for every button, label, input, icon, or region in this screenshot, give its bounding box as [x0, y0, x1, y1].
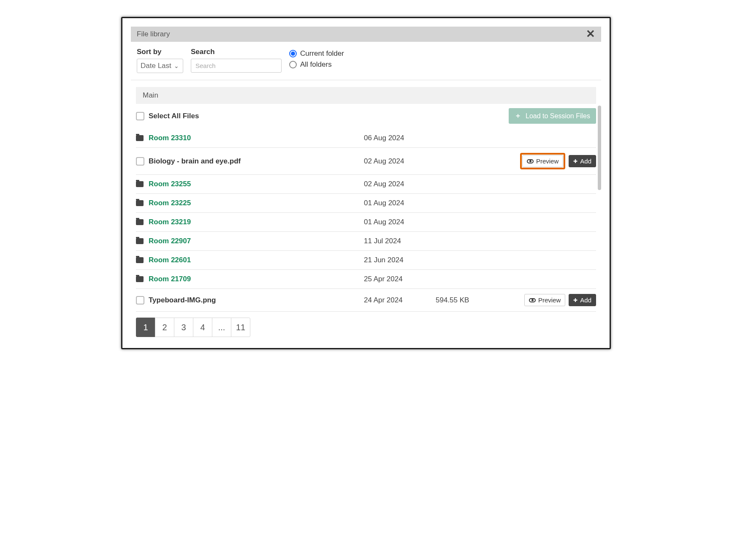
file-row: Typeboard-IMG.png24 Apr 2024594.55 KBPre…	[136, 289, 596, 312]
folder-name[interactable]: Room 23225	[149, 199, 364, 207]
folder-row: Room 2290711 Jul 2024	[136, 232, 596, 251]
row-date: 02 Aug 2024	[364, 157, 436, 166]
folder-name[interactable]: Room 21709	[149, 275, 364, 283]
folder-row: Room 2260121 Jun 2024	[136, 251, 596, 270]
row-date: 11 Jul 2024	[364, 237, 436, 245]
row-date: 02 Aug 2024	[364, 180, 436, 188]
folder-icon	[136, 257, 144, 263]
scope-radio-group: Current folder All folders	[289, 48, 344, 69]
file-name: Biology - brain and eye.pdf	[149, 157, 364, 166]
folder-name[interactable]: Room 23310	[149, 134, 364, 142]
row-date: 21 Jun 2024	[364, 256, 436, 264]
select-all-label: Select All Files	[149, 112, 199, 120]
plus-icon: ✚	[573, 297, 577, 303]
folder-row: Room 2170925 Apr 2024	[136, 270, 596, 289]
eye-icon	[527, 159, 534, 163]
sort-label: Sort by	[137, 48, 183, 56]
folder-icon-slot	[136, 276, 149, 282]
folder-icon-slot	[136, 219, 149, 225]
folder-icon-slot	[136, 181, 149, 187]
search-label: Search	[191, 48, 282, 56]
modal-body: Main Select All Files ＋ Load to Session …	[131, 80, 601, 340]
row-date: 25 Apr 2024	[364, 275, 436, 283]
folder-name[interactable]: Room 22907	[149, 237, 364, 245]
page-11[interactable]: 11	[231, 318, 250, 337]
breadcrumb[interactable]: Main	[136, 87, 596, 104]
preview-label: Preview	[538, 296, 561, 304]
checkbox-slot	[136, 157, 149, 166]
sort-value: Date Last	[141, 62, 171, 70]
radio-selected-icon	[289, 50, 297, 57]
scope-all-label: All folders	[300, 60, 332, 69]
load-to-session-button[interactable]: ＋ Load to Session Files	[509, 108, 596, 124]
eye-icon	[529, 298, 536, 302]
plus-icon: ✚	[573, 158, 577, 164]
add-button[interactable]: ✚Add	[569, 294, 596, 306]
checkbox-slot	[136, 296, 149, 304]
folder-icon	[136, 135, 144, 141]
page-ellipsis: ...	[212, 318, 231, 337]
folder-name[interactable]: Room 22601	[149, 256, 364, 264]
pagination: 1234...11	[131, 312, 601, 340]
row-date: 01 Aug 2024	[364, 218, 436, 226]
preview-label: Preview	[536, 158, 558, 165]
row-checkbox[interactable]	[136, 296, 144, 304]
scrollbar-thumb[interactable]	[598, 106, 601, 190]
folder-icon-slot	[136, 257, 149, 263]
modal-title: File library	[137, 30, 170, 38]
preview-button[interactable]: Preview	[522, 155, 563, 167]
radio-unselected-icon	[289, 61, 297, 68]
modal-frame: File library ✕ Sort by Date Last ⌄ Searc…	[121, 17, 611, 349]
folder-icon	[136, 200, 144, 206]
row-date: 06 Aug 2024	[364, 134, 436, 142]
row-size: 594.55 KB	[436, 296, 503, 304]
folder-name[interactable]: Room 23219	[149, 218, 364, 226]
row-date: 24 Apr 2024	[364, 296, 436, 304]
file-library-modal: File library ✕ Sort by Date Last ⌄ Searc…	[131, 27, 601, 340]
search-group: Search	[191, 48, 282, 73]
file-row: Biology - brain and eye.pdf02 Aug 2024Pr…	[136, 148, 596, 175]
file-list: Room 2331006 Aug 2024Biology - brain and…	[131, 128, 601, 312]
row-date: 01 Aug 2024	[364, 199, 436, 207]
scope-current-folder[interactable]: Current folder	[289, 49, 344, 58]
row-actions: Preview✚Add	[520, 153, 596, 169]
folder-icon-slot	[136, 238, 149, 244]
folder-row: Room 2321901 Aug 2024	[136, 213, 596, 232]
search-input[interactable]	[191, 59, 282, 73]
file-name: Typeboard-IMG.png	[149, 296, 364, 304]
add-button[interactable]: ✚Add	[569, 155, 596, 167]
folder-icon	[136, 276, 144, 282]
preview-highlight: Preview	[520, 153, 565, 169]
folder-icon	[136, 181, 144, 187]
filter-row: Sort by Date Last ⌄ Search Current folde…	[131, 42, 601, 80]
close-icon[interactable]: ✕	[586, 31, 595, 38]
preview-button[interactable]: Preview	[524, 294, 565, 306]
folder-row: Room 2322501 Aug 2024	[136, 194, 596, 213]
scope-all-folders[interactable]: All folders	[289, 60, 344, 69]
add-label: Add	[580, 158, 591, 165]
select-all-checkbox[interactable]	[136, 112, 144, 120]
folder-icon-slot	[136, 135, 149, 141]
folder-icon-slot	[136, 200, 149, 206]
scrollbar[interactable]	[598, 106, 601, 313]
modal-header: File library ✕	[131, 27, 601, 42]
select-all-row: Select All Files ＋ Load to Session Files	[131, 104, 601, 128]
row-checkbox[interactable]	[136, 157, 144, 166]
folder-icon	[136, 238, 144, 244]
add-label: Add	[580, 296, 591, 304]
row-actions: Preview✚Add	[524, 294, 596, 306]
page-2[interactable]: 2	[155, 318, 174, 337]
plus-icon: ＋	[515, 111, 521, 120]
load-button-label: Load to Session Files	[526, 112, 590, 120]
page-3[interactable]: 3	[174, 318, 193, 337]
sort-select[interactable]: Date Last ⌄	[137, 59, 183, 73]
folder-row: Room 2325502 Aug 2024	[136, 175, 596, 194]
folder-icon	[136, 219, 144, 225]
scope-current-label: Current folder	[300, 49, 344, 58]
folder-name[interactable]: Room 23255	[149, 180, 364, 188]
page-1[interactable]: 1	[136, 318, 155, 337]
folder-row: Room 2331006 Aug 2024	[136, 128, 596, 148]
page-4[interactable]: 4	[193, 318, 212, 337]
chevron-down-icon: ⌄	[174, 63, 179, 69]
sort-group: Sort by Date Last ⌄	[137, 48, 183, 73]
